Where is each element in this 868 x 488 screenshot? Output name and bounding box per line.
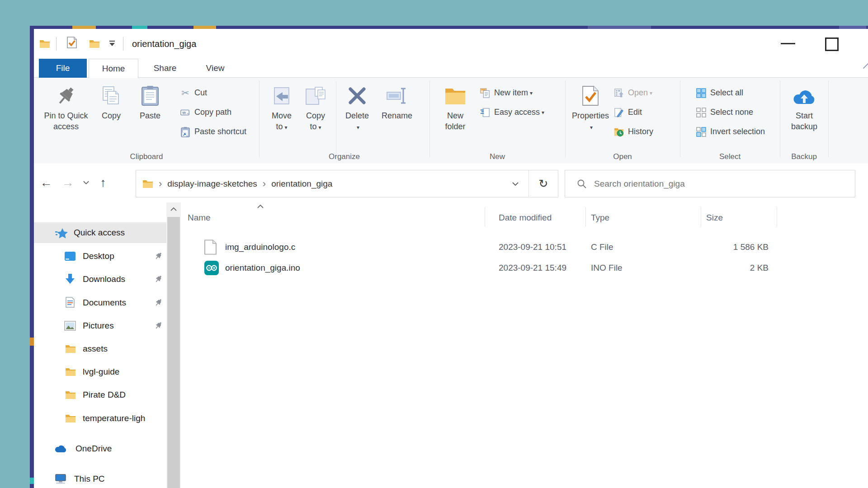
edit-button[interactable]: Edit [614,103,653,122]
dropdown-icon: ▾ [590,124,593,131]
maximize-button[interactable] [820,29,844,56]
backup-cloud-icon [792,81,817,110]
ribbon-tab-row: File Home Share View [34,59,868,78]
sidebar-item-assets[interactable]: assets [34,338,166,359]
invert-selection-button[interactable]: Invert selection [696,122,765,141]
column-header-date-modified[interactable]: Date modified [499,209,552,227]
tab-file[interactable]: File [39,59,87,78]
desktop-icon [64,251,76,261]
pictures-icon [64,321,76,331]
address-dropdown-button[interactable] [506,170,524,197]
tab-home[interactable]: Home [89,59,138,78]
copy-icon [101,81,121,110]
search-input[interactable] [593,178,855,189]
up-icon: ↑ [100,176,106,190]
history-button[interactable]: History [614,122,653,141]
folder-icon [65,344,76,353]
pin-icon [154,275,163,283]
copy-to-button[interactable]: Copy to▾ [298,81,333,133]
address-bar[interactable]: › display-image-sketches › orientation_g… [136,170,558,197]
move-to-icon [272,81,292,110]
sidebar-item-pirate-dnd[interactable]: Pirate D&D [34,385,166,405]
recent-locations-dropdown[interactable] [79,172,93,193]
documents-icon [66,297,75,308]
refresh-button[interactable]: ↻ [528,170,558,197]
column-divider[interactable] [701,207,701,227]
sidebar-item-quick-access[interactable]: Quick access [34,222,166,243]
paste-shortcut-icon [180,127,190,137]
delete-button[interactable]: Delete ▾ [339,81,375,133]
move-to-button[interactable]: Move to▾ [265,81,298,133]
start-backup-button[interactable]: Start backup [783,81,825,132]
folder-icon [65,390,76,399]
search-icon [577,179,587,189]
properties-icon [582,81,599,110]
breadcrumb-parent[interactable]: display-image-sketches [167,179,257,189]
sidebar-item-downloads[interactable]: Downloads [34,269,166,290]
dropdown-icon: ▾ [530,90,533,96]
cut-button[interactable]: ✂ Cut [180,83,246,103]
ribbon-group-clipboard: Pin to Quick access Copy Paste ✂ Cut [34,78,259,164]
tab-view[interactable]: View [193,59,238,77]
sidebar-item-this-pc[interactable]: This PC [34,469,166,488]
minimize-button[interactable] [775,29,800,56]
group-label-select: Select [680,152,780,161]
chevron-down-icon [512,182,519,186]
breadcrumb-current[interactable]: orientation_giga [271,179,332,189]
delete-icon [348,81,366,110]
open-button[interactable]: Open ▾ [614,83,653,103]
select-all-button[interactable]: Select all [696,83,765,103]
up-button[interactable]: ↑ [94,172,112,193]
qat-customize-dropdown-icon[interactable] [108,41,116,47]
forward-button[interactable]: → [59,172,77,193]
ribbon-group-select: Select all Select none Invert selection … [680,78,780,164]
properties-button[interactable]: Properties ▾ [570,81,611,133]
column-divider[interactable] [585,207,586,227]
ribbon-group-open: Properties ▾ Open ▾ Edit History [565,78,680,164]
tab-share[interactable]: Share [137,59,193,77]
copy-button[interactable]: Copy [92,81,131,121]
column-divider[interactable] [777,207,777,227]
pin-to-quick-access-button[interactable]: Pin to Quick access [40,81,92,132]
qat-folder-icon[interactable] [39,38,51,50]
new-folder-button[interactable]: New folder [436,81,475,132]
folder-icon [65,367,76,376]
sort-ascending-icon[interactable] [257,204,264,209]
qat-properties-icon[interactable] [66,37,78,48]
file-explorer-window: orientation_giga File Home Share View Pi… [34,29,868,488]
sidebar-item-documents[interactable]: Documents [34,292,166,313]
select-none-button[interactable]: Select none [696,103,765,122]
column-header-size[interactable]: Size [706,209,723,227]
ribbon-group-organize: Move to▾ Copy to▾ Delete ▾ Rename [259,78,429,164]
sidebar-item-desktop[interactable]: Desktop [34,246,166,267]
scrollbar-thumb[interactable] [167,217,180,488]
group-label-open: Open [565,152,680,161]
background-window-top-edge [30,26,868,29]
column-header-type[interactable]: Type [591,209,609,227]
easy-access-button[interactable]: Easy access ▾ [480,103,544,122]
copy-to-icon [305,81,326,110]
paste-shortcut-button[interactable]: Paste shortcut [180,122,246,141]
titlebar: orientation_giga [34,29,868,59]
group-label-organize: Organize [259,152,429,161]
column-divider[interactable] [485,207,485,227]
paste-button[interactable]: Paste [131,81,170,121]
pin-icon [154,252,163,260]
breadcrumb-folder-icon [142,179,153,188]
sidebar-item-pictures[interactable]: Pictures [34,315,166,336]
sidebar-item-temperature-light[interactable]: temperature-ligh [34,408,166,429]
file-row-orientation-giga-ino[interactable]: orientation_giga.ino 2023-09-21 15:49 IN… [181,258,864,278]
select-all-icon [696,88,706,98]
column-header-name[interactable]: Name [188,209,211,227]
rename-button[interactable]: Rename [375,81,419,121]
sidebar-item-lvgl-guide[interactable]: lvgl-guide [34,361,166,382]
forward-icon: → [62,176,74,190]
new-item-button[interactable]: New item ▾ [480,83,544,103]
back-button[interactable]: ← [37,172,55,193]
invert-selection-icon [696,127,706,137]
copy-path-button[interactable]: Copy path [180,103,246,122]
file-row-img-arduinologo[interactable]: img_arduinologo.c 2023-09-21 10:51 C Fil… [181,237,864,258]
scrollbar-up-arrow[interactable] [166,202,181,216]
sidebar-item-onedrive[interactable]: OneDrive [34,438,166,459]
qat-new-folder-icon[interactable] [89,38,100,50]
